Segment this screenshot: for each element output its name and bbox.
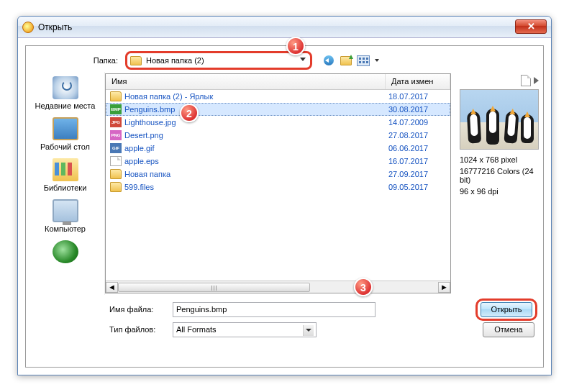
play-icon[interactable] xyxy=(534,77,539,84)
file-row[interactable]: PNGDesert.png27.08.2017 xyxy=(106,129,450,142)
filetype-value: All Formats xyxy=(176,325,217,334)
folder-row: Папка: Новая папка (2) xyxy=(26,46,543,72)
file-name: Lighthouse.jpg xyxy=(124,118,388,127)
folder-combo-value: Новая папка (2) xyxy=(146,56,204,65)
filename-input[interactable] xyxy=(173,302,375,317)
scroll-track[interactable] xyxy=(118,282,438,293)
close-button[interactable]: ✕ xyxy=(515,19,547,34)
places-bar: Недавние места Рабочий стол Библиотеки К… xyxy=(26,72,105,295)
preview-dimensions: 1024 x 768 pixel xyxy=(460,155,539,164)
filename-label: Имя файла: xyxy=(109,305,167,314)
place-libraries[interactable]: Библиотеки xyxy=(33,158,98,192)
list-header[interactable]: Имя Дата измен xyxy=(106,74,450,90)
libraries-icon xyxy=(53,158,78,181)
folder-icon xyxy=(110,169,122,179)
preview-pane: 1024 x 768 pixel 16777216 Colors (24 bit… xyxy=(455,72,543,295)
file-row[interactable]: 599.files09.05.2017 xyxy=(106,181,450,193)
titlebar[interactable]: Открыть ✕ xyxy=(18,17,551,38)
file-name: 599.files xyxy=(124,183,388,191)
open-dialog: Открыть ✕ Папка: Новая папка (2) xyxy=(17,16,552,375)
file-list-area: Имя Дата измен Новая папка (2) - Ярлык18… xyxy=(105,73,451,293)
folder-icon xyxy=(110,182,122,192)
gif-icon: GIF xyxy=(110,143,122,153)
view-button[interactable] xyxy=(357,54,370,67)
file-row[interactable]: JPGLighthouse.jpg14.07.2009 xyxy=(106,116,450,129)
recent-icon xyxy=(53,76,78,99)
chevron-down-icon xyxy=(300,58,306,61)
preview-thumbnail xyxy=(460,89,539,150)
filetype-row: Тип файлов: All Formats Отмена xyxy=(109,319,537,339)
callout-1: 1 xyxy=(286,37,305,55)
view-dropdown[interactable] xyxy=(374,55,380,66)
file-date: 14.07.2009 xyxy=(388,118,446,127)
file-name: Новая папка (2) - Ярлык xyxy=(124,92,388,101)
open-button-highlight: Открыть xyxy=(475,298,537,321)
scroll-right-button[interactable]: ► xyxy=(438,282,450,293)
place-network[interactable] xyxy=(33,240,98,265)
body-row: Недавние места Рабочий стол Библиотеки К… xyxy=(26,72,543,295)
folder-label: Папка: xyxy=(32,56,125,65)
jpg-icon: JPG xyxy=(110,117,122,127)
cancel-button[interactable]: Отмена xyxy=(483,322,534,337)
bmp-icon: BMP xyxy=(110,104,122,114)
file-date: 09.05.2017 xyxy=(388,183,446,191)
file-date: 27.09.2017 xyxy=(388,170,446,178)
bottom-panel: Имя файла: Открыть Тип файлов: All Forma… xyxy=(26,295,543,344)
folder-icon xyxy=(110,91,122,101)
back-button[interactable] xyxy=(322,54,335,67)
file-date: 18.07.2017 xyxy=(388,92,446,101)
file-date: 30.08.2017 xyxy=(388,105,446,114)
file-name: apple.eps xyxy=(124,157,388,165)
open-button[interactable]: Открыть xyxy=(481,302,532,317)
column-name[interactable]: Имя xyxy=(106,74,386,89)
file-row[interactable]: BMPPenguins.bmp30.08.2017 xyxy=(106,103,450,116)
desktop-icon xyxy=(53,117,78,140)
place-label: Рабочий стол xyxy=(40,142,90,151)
file-name: Penguins.bmp xyxy=(124,105,388,114)
file-name: Desert.png xyxy=(124,131,388,140)
png-icon: PNG xyxy=(110,130,122,140)
folder-combo[interactable]: Новая папка (2) xyxy=(125,51,312,70)
place-label: Библиотеки xyxy=(44,183,87,192)
column-date[interactable]: Дата измен xyxy=(386,74,450,89)
file-date: 27.08.2017 xyxy=(388,131,446,140)
chevron-down-icon xyxy=(303,325,314,336)
callout-3: 3 xyxy=(354,278,373,296)
back-icon xyxy=(324,55,334,65)
filetype-label: Тип файлов: xyxy=(109,325,167,334)
file-date: 16.07.2017 xyxy=(388,157,446,165)
horizontal-scrollbar[interactable]: ◄ ► xyxy=(106,281,450,293)
file-row[interactable]: apple.eps16.07.2017 xyxy=(106,155,450,168)
filename-row: Имя файла: Открыть xyxy=(109,299,537,319)
file-name: apple.gif xyxy=(124,144,388,152)
window-title: Открыть xyxy=(38,22,72,32)
app-icon xyxy=(22,22,34,33)
up-button[interactable] xyxy=(340,54,352,67)
file-name: Новая папка xyxy=(124,170,388,178)
folder-up-icon xyxy=(340,56,352,65)
place-recent[interactable]: Недавние места xyxy=(33,76,98,110)
eps-icon xyxy=(110,156,122,166)
toolbar xyxy=(322,54,380,67)
place-computer[interactable]: Компьютер xyxy=(33,199,98,233)
place-label: Компьютер xyxy=(45,224,86,233)
place-label: Недавние места xyxy=(35,101,96,110)
document-icon[interactable] xyxy=(521,75,531,86)
preview-colors: 16777216 Colors (24 bit) xyxy=(460,167,539,184)
preview-dpi: 96 x 96 dpi xyxy=(460,187,539,196)
file-row[interactable]: Новая папка (2) - Ярлык18.07.2017 xyxy=(106,90,450,103)
place-desktop[interactable]: Рабочий стол xyxy=(33,117,98,151)
computer-icon xyxy=(53,199,78,222)
callout-2: 2 xyxy=(180,104,199,122)
preview-toolbar xyxy=(460,75,539,86)
filetype-select[interactable]: All Formats xyxy=(173,322,317,337)
file-date: 06.06.2017 xyxy=(388,144,446,152)
view-icon xyxy=(357,55,370,66)
scroll-thumb[interactable] xyxy=(118,283,310,292)
scroll-left-button[interactable]: ◄ xyxy=(106,282,118,293)
file-row[interactable]: GIFapple.gif06.06.2017 xyxy=(106,142,450,155)
file-row[interactable]: Новая папка27.09.2017 xyxy=(106,168,450,181)
network-icon xyxy=(53,240,78,263)
folder-icon xyxy=(130,56,142,65)
file-list[interactable]: Новая папка (2) - Ярлык18.07.2017BMPPeng… xyxy=(106,90,450,281)
